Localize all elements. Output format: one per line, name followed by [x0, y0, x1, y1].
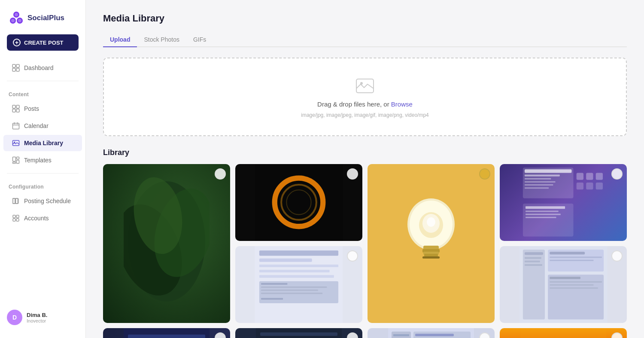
- calendar-icon: [12, 122, 20, 130]
- sidebar-item-calendar[interactable]: Calendar: [3, 118, 82, 134]
- library-item-bulb[interactable]: [368, 164, 495, 323]
- avatar: D: [7, 310, 22, 325]
- accounts-icon: [12, 214, 20, 222]
- svg-rect-21: [17, 157, 19, 159]
- sidebar-item-posting-schedule[interactable]: Posting Schedule: [3, 193, 82, 209]
- svg-rect-62: [424, 254, 438, 257]
- svg-rect-12: [12, 109, 15, 112]
- svg-rect-129: [393, 334, 409, 336]
- svg-rect-75: [586, 173, 593, 180]
- svg-marker-24: [13, 198, 15, 204]
- library-item-circle[interactable]: [235, 164, 362, 241]
- svg-rect-72: [525, 184, 553, 186]
- media-library-label: Media Library: [24, 140, 63, 146]
- library-item-sunset[interactable]: [500, 328, 627, 338]
- media-library-icon: [12, 139, 20, 147]
- svg-rect-82: [526, 210, 559, 212]
- library-item-dark-blue[interactable]: [103, 328, 230, 338]
- svg-rect-115: [260, 332, 337, 336]
- sidebar-item-dashboard[interactable]: Dashboard: [3, 60, 82, 76]
- select-circle-bulb[interactable]: [479, 168, 490, 180]
- svg-point-34: [360, 82, 363, 85]
- library-item-palm[interactable]: [103, 164, 230, 323]
- svg-rect-90: [525, 264, 542, 266]
- svg-rect-77: [577, 183, 583, 189]
- ui-screenshot2-decoration: [368, 328, 495, 338]
- library-item-app-screenshot[interactable]: [500, 164, 627, 241]
- tab-gifs[interactable]: GIFs: [186, 33, 213, 47]
- select-circle-palm[interactable]: [215, 168, 226, 180]
- tab-stock-photos[interactable]: Stock Photos: [137, 33, 186, 47]
- svg-rect-31: [13, 219, 15, 221]
- drag-text: Drag & drop files here, or: [317, 100, 391, 108]
- avatar-initials: D: [12, 314, 17, 321]
- bulb-decoration: [388, 164, 474, 323]
- svg-rect-87: [525, 252, 543, 255]
- browse-link[interactable]: Browse: [391, 100, 413, 108]
- ui-screenshot-decoration: [235, 246, 362, 323]
- calendar-label: Calendar: [24, 122, 49, 129]
- svg-rect-54: [261, 298, 283, 300]
- svg-rect-71: [525, 181, 556, 183]
- svg-rect-89: [525, 261, 540, 262]
- svg-rect-68: [525, 169, 571, 173]
- svg-rect-7: [16, 64, 19, 67]
- library-item-screenshot1[interactable]: [235, 246, 362, 323]
- sidebar: SocialPlus + CREATE POST Dashboard Conte…: [0, 0, 86, 338]
- svg-rect-101: [128, 335, 205, 338]
- dashboard-label: Dashboard: [24, 64, 54, 71]
- upload-zone[interactable]: Drag & drop files here, or Browse image/…: [103, 58, 627, 136]
- svg-rect-52: [261, 289, 318, 291]
- page-title: Media Library: [103, 13, 627, 24]
- content-section-label: Content: [0, 85, 85, 100]
- schedule-icon: [12, 197, 20, 205]
- sidebar-divider-2: [7, 173, 79, 174]
- select-circle-app[interactable]: [611, 168, 623, 180]
- tab-upload[interactable]: Upload: [103, 33, 137, 47]
- upload-formats: image/jpg, image/jpeg, image/gif, image/…: [301, 112, 429, 118]
- sidebar-item-accounts[interactable]: Accounts: [3, 210, 82, 226]
- col2: [235, 164, 362, 323]
- svg-point-5: [18, 19, 21, 22]
- library-item-dark-code[interactable]: [235, 328, 362, 338]
- svg-rect-13: [16, 109, 19, 112]
- library-item-dashboard-screenshot[interactable]: [500, 246, 627, 323]
- svg-rect-8: [12, 68, 15, 71]
- main-content: Media Library Upload Stock Photos GIFs D…: [86, 0, 644, 338]
- user-org: Inovector: [27, 318, 47, 323]
- svg-rect-32: [16, 219, 19, 221]
- svg-rect-26: [13, 198, 15, 204]
- svg-rect-11: [16, 105, 19, 108]
- svg-rect-22: [17, 160, 19, 164]
- svg-rect-51: [261, 286, 327, 288]
- accounts-label: Accounts: [24, 215, 49, 222]
- svg-rect-76: [596, 173, 603, 180]
- svg-rect-92: [550, 252, 585, 254]
- upload-text: Drag & drop files here, or Browse: [317, 100, 413, 108]
- library-item-ui-screenshot2[interactable]: [368, 328, 495, 338]
- select-circle-circle[interactable]: [347, 168, 358, 180]
- library-title: Library: [103, 148, 627, 157]
- sidebar-item-templates[interactable]: Templates: [3, 152, 82, 168]
- svg-rect-98: [550, 284, 593, 286]
- create-post-button[interactable]: + CREATE POST: [7, 34, 79, 51]
- svg-rect-9: [16, 68, 19, 71]
- dashboard-icon: [12, 64, 20, 72]
- svg-rect-6: [12, 64, 15, 67]
- sidebar-item-posts[interactable]: Posts: [3, 100, 82, 117]
- select-circle-dashboard[interactable]: [611, 250, 623, 262]
- app-screenshot-decoration: [500, 164, 627, 241]
- user-info: Dima B. Inovector: [27, 312, 47, 323]
- svg-rect-73: [525, 187, 549, 189]
- templates-icon: [12, 156, 20, 164]
- user-profile[interactable]: D Dima B. Inovector: [0, 304, 85, 331]
- select-circle-screenshot1[interactable]: [347, 250, 358, 262]
- dark-code-decoration: [235, 328, 362, 338]
- svg-point-4: [11, 19, 15, 22]
- svg-rect-27: [16, 198, 18, 204]
- library-row2: [103, 328, 627, 338]
- svg-rect-50: [261, 283, 287, 285]
- svg-marker-25: [16, 198, 18, 204]
- palm-decoration: [124, 164, 210, 323]
- sidebar-item-media-library[interactable]: Media Library: [3, 135, 82, 151]
